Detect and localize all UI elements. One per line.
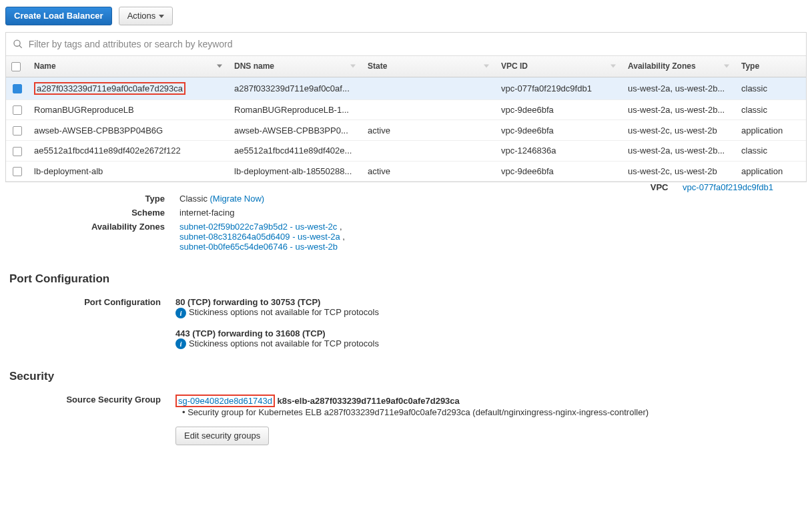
sort-icon [611,65,616,68]
column-header-az[interactable]: Availability Zones [623,56,736,77]
chevron-down-icon [159,15,164,18]
type-value: Classic (Migrate Now) [179,194,264,204]
subnet-link[interactable]: subnet-0b0fe65c54de06746 - us-west-2b [179,242,338,252]
cell-name: RomanBUGReproduceLB [29,99,229,120]
row-checkbox[interactable] [13,167,22,176]
cell-type: classic [736,140,806,161]
cell-dns: a287f033239d711e9af0c0af... [229,77,362,99]
vpc-label: VPC [651,182,669,192]
cell-vpc: vpc-077fa0f219dc9fdb1 [496,77,623,99]
table-row[interactable]: ae5512a1fbcd411e89df402e2672f122 ae5512a… [6,140,806,161]
az-label: Availability Zones [9,222,179,252]
create-load-balancer-button[interactable]: Create Load Balancer [5,7,112,25]
cell-vpc: vpc-9dee6bfa [496,99,623,120]
cell-az: us-west-2a, us-west-2b... [623,77,736,99]
cell-az: us-west-2a, us-west-2b... [623,99,736,120]
source-sg-value: sg-09e4082de8d61743d k8s-elb-a287f033239… [175,395,649,445]
cell-state: active [362,120,496,141]
table-row[interactable]: a287f033239d711e9af0c0afe7d293ca a287f03… [6,77,806,99]
cell-type: application [736,120,806,141]
az-value: subnet-02f59b022c7a9b5d2 - us-west-2c , … [179,222,345,252]
subnet-link[interactable]: subnet-02f59b022c7a9b5d2 - us-west-2c [179,222,337,232]
edit-security-groups-button[interactable]: Edit security groups [175,427,269,445]
source-sg-label: Source Security Group [5,395,175,445]
cell-name: ae5512a1fbcd411e89df402e2672f122 [29,140,229,161]
cell-az: us-west-2c, us-west-2b [623,161,736,182]
cell-dns: awseb-AWSEB-CPBB3PP0... [229,120,362,141]
cell-vpc: vpc-9dee6bfa [496,161,623,182]
sort-icon [484,65,489,68]
cell-name: lb-deployment-alb [29,161,229,182]
main-panel: Name DNS name State VPC ID Availability … [5,32,807,182]
migrate-link[interactable]: (Migrate Now) [210,194,265,204]
highlighted-sg: sg-09e4082de8d61743d [175,395,275,407]
cell-dns: lb-deployment-alb-18550288... [229,161,362,182]
table-row[interactable]: lb-deployment-alb lb-deployment-alb-1855… [6,161,806,182]
cell-state [362,140,496,161]
port-config-heading: Port Configuration [9,272,803,286]
cell-state [362,99,496,120]
port-mapping-2: 443 (TCP) forwarding to 31608 (TCP) [175,328,326,338]
sort-icon [217,65,222,68]
load-balancer-table: Name DNS name State VPC ID Availability … [6,56,806,182]
table-header-row: Name DNS name State VPC ID Availability … [6,56,806,77]
actions-label: Actions [127,11,156,21]
sort-icon [724,65,729,68]
cell-name: awseb-AWSEB-CPBB3PP04B6G [29,120,229,141]
actions-button[interactable]: Actions [119,7,173,25]
row-checkbox[interactable] [13,84,22,93]
column-header-vpc[interactable]: VPC ID [496,56,623,77]
cell-type: classic [736,99,806,120]
table-row[interactable]: RomanBUGReproduceLB RomanBUGReproduceLB-… [6,99,806,120]
port-config-value: 80 (TCP) forwarding to 30753 (TCP) iStic… [175,297,379,349]
select-all-checkbox[interactable] [11,62,21,71]
table-row[interactable]: awseb-AWSEB-CPBB3PP04B6G awseb-AWSEB-CPB… [6,120,806,141]
scheme-label: Scheme [9,208,179,218]
cell-vpc: vpc-1246836a [496,140,623,161]
port-config-label: Port Configuration [5,297,175,349]
search-bar [6,33,806,56]
cell-state [362,77,496,99]
cell-vpc: vpc-9dee6bfa [496,120,623,141]
highlighted-name: a287f033239d711e9af0c0afe7d293ca [34,82,185,95]
sort-icon [350,65,356,68]
port-mapping-1: 80 (TCP) forwarding to 30753 (TCP) [175,297,320,307]
subnet-link[interactable]: subnet-08c318264a05d6409 - us-west-2a [179,232,340,242]
row-checkbox[interactable] [13,126,22,136]
cell-type: application [736,161,806,182]
vpc-link[interactable]: vpc-077fa0f219dc9fdb1 [683,182,773,192]
cell-az: us-west-2c, us-west-2b [623,120,736,141]
info-icon: i [175,338,186,349]
type-label: Type [9,194,179,204]
stickiness-note-2: Stickiness options not available for TCP… [189,338,379,348]
column-header-state[interactable]: State [362,56,496,77]
scheme-value: internet-facing [179,208,234,218]
column-header-dns[interactable]: DNS name [229,56,362,77]
cell-dns: ae5512a1fbcd411e89df402e... [229,140,362,161]
sg-name: k8s-elb-a287f033239d711e9af0c0afe7d293ca [278,396,460,406]
cell-type: classic [736,77,806,99]
info-icon: i [175,308,186,318]
search-input[interactable] [27,38,799,50]
security-heading: Security [9,370,803,383]
column-header-name[interactable]: Name [29,56,229,77]
cell-dns: RomanBUGReproduceLB-1... [229,99,362,120]
row-checkbox[interactable] [13,105,22,115]
column-header-type[interactable]: Type [736,56,806,77]
svg-line-1 [19,45,22,48]
search-icon [13,39,23,49]
stickiness-note-1: Stickiness options not available for TCP… [189,307,379,317]
sg-description: • Security group for Kubernetes ELB a287… [182,407,649,417]
cell-az: us-west-2a, us-west-2b... [623,140,736,161]
vpc-info: VPC vpc-077fa0f219dc9fdb1 [651,182,773,192]
toolbar: Create Load Balancer Actions [5,4,807,32]
svg-point-0 [14,40,20,46]
details-panel: VPC vpc-077fa0f219dc9fdb1 Type Classic (… [5,182,807,254]
sg-link[interactable]: sg-09e4082de8d61743d [178,396,272,406]
row-checkbox[interactable] [13,147,22,156]
cell-state: active [362,161,496,182]
